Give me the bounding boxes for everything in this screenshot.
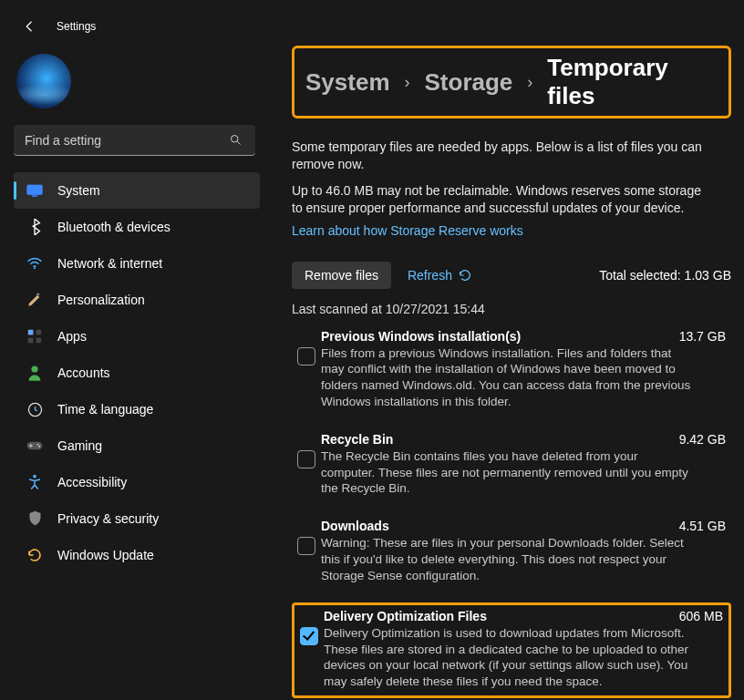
svg-point-10 bbox=[31, 365, 37, 372]
system-icon bbox=[26, 182, 43, 199]
sidebar-item-label: Time & language bbox=[57, 402, 153, 417]
back-button[interactable] bbox=[22, 18, 38, 35]
scan-time: Last scanned at 10/27/2021 15:44 bbox=[292, 302, 731, 316]
sidebar-item-network-internet[interactable]: Network & internet bbox=[14, 245, 260, 282]
item-title: Recycle Bin bbox=[321, 432, 393, 447]
sidebar-item-label: Gaming bbox=[57, 438, 102, 453]
sidebar-item-label: Network & internet bbox=[57, 256, 162, 271]
item-description: Files from a previous Windows installati… bbox=[321, 345, 695, 410]
temp-file-item: Delivery Optimization Files606 MBDeliver… bbox=[292, 602, 731, 698]
sidebar-item-label: Accounts bbox=[57, 365, 110, 380]
item-size: 4.51 GB bbox=[679, 519, 726, 533]
breadcrumb: System › Storage › Temporary files bbox=[292, 46, 731, 118]
svg-rect-3 bbox=[32, 195, 37, 197]
remove-files-button[interactable]: Remove files bbox=[292, 262, 391, 289]
sidebar-item-label: Personalization bbox=[57, 293, 145, 307]
item-size: 606 MB bbox=[679, 609, 723, 623]
sidebar-item-bluetooth-devices[interactable]: Bluetooth & devices bbox=[14, 209, 260, 245]
search-box[interactable] bbox=[14, 125, 255, 156]
description-text: Some temporary files are needed by apps.… bbox=[292, 139, 702, 173]
temp-file-item: Recycle Bin9.42 GBThe Recycle Bin contai… bbox=[292, 428, 731, 502]
sidebar-item-accounts[interactable]: Accounts bbox=[14, 355, 260, 391]
item-description: The Recycle Bin contains files you have … bbox=[321, 448, 695, 497]
checkbox[interactable] bbox=[297, 450, 315, 468]
svg-rect-7 bbox=[36, 330, 42, 335]
sidebar-item-label: Bluetooth & devices bbox=[57, 220, 170, 234]
svg-point-4 bbox=[34, 267, 36, 269]
svg-rect-5 bbox=[36, 293, 40, 296]
accessibility-icon bbox=[26, 474, 43, 490]
sidebar-item-label: Windows Update bbox=[57, 548, 154, 562]
refresh-label: Refresh bbox=[408, 268, 452, 283]
update-icon bbox=[26, 547, 43, 563]
total-selected: Total selected: 1.03 GB bbox=[599, 268, 731, 283]
bluetooth-icon bbox=[26, 219, 43, 235]
person-icon bbox=[26, 365, 43, 381]
wifi-icon bbox=[26, 255, 43, 272]
item-size: 13.7 GB bbox=[679, 329, 726, 344]
sidebar-item-label: Apps bbox=[57, 329, 87, 344]
avatar[interactable] bbox=[16, 54, 71, 108]
checkbox[interactable] bbox=[300, 627, 318, 645]
chevron-right-icon: › bbox=[405, 73, 410, 92]
item-size: 9.42 GB bbox=[679, 432, 726, 447]
sidebar-item-label: Accessibility bbox=[57, 475, 127, 489]
item-description: Warning: These are files in your persona… bbox=[321, 535, 695, 583]
svg-point-14 bbox=[38, 446, 40, 448]
svg-rect-8 bbox=[28, 338, 34, 344]
sidebar-item-time-language[interactable]: Time & language bbox=[14, 391, 260, 427]
sidebar-item-personalization[interactable]: Personalization bbox=[14, 282, 260, 318]
svg-rect-6 bbox=[28, 330, 34, 335]
gamepad-icon bbox=[26, 438, 43, 454]
sidebar-item-system[interactable]: System bbox=[14, 172, 260, 209]
search-input[interactable] bbox=[14, 133, 255, 148]
temp-file-item: Previous Windows installation(s)13.7 GBF… bbox=[292, 325, 731, 416]
svg-rect-2 bbox=[27, 185, 43, 195]
learn-link[interactable]: Learn about how Storage Reserve works bbox=[292, 223, 523, 238]
chevron-right-icon: › bbox=[527, 73, 532, 92]
clock-icon bbox=[26, 401, 43, 417]
sidebar-item-windows-update[interactable]: Windows Update bbox=[14, 537, 260, 573]
refresh-icon bbox=[458, 268, 472, 283]
page-title: Temporary files bbox=[547, 54, 718, 110]
apps-icon bbox=[26, 328, 43, 345]
description-text: Up to 46.0 MB may not be reclaimable. Wi… bbox=[292, 182, 707, 217]
checkbox[interactable] bbox=[297, 537, 315, 555]
svg-point-13 bbox=[36, 444, 38, 446]
breadcrumb-storage[interactable]: Storage bbox=[425, 68, 513, 97]
temp-file-item: Downloads4.51 GBWarning: These are files… bbox=[292, 515, 731, 589]
item-title: Delivery Optimization Files bbox=[324, 609, 487, 623]
checkbox[interactable] bbox=[297, 347, 315, 365]
item-title: Downloads bbox=[321, 519, 389, 533]
sidebar-item-label: System bbox=[57, 183, 100, 198]
refresh-button[interactable]: Refresh bbox=[408, 268, 472, 283]
shield-icon bbox=[26, 510, 43, 527]
sidebar-item-privacy-security[interactable]: Privacy & security bbox=[14, 500, 260, 537]
breadcrumb-system[interactable]: System bbox=[305, 68, 390, 97]
brush-icon bbox=[26, 292, 43, 308]
item-description: Delivery Optimization is used to downloa… bbox=[324, 625, 698, 690]
item-title: Previous Windows installation(s) bbox=[321, 329, 521, 344]
sidebar-item-apps[interactable]: Apps bbox=[14, 318, 260, 355]
sidebar-item-label: Privacy & security bbox=[57, 511, 159, 526]
svg-point-15 bbox=[33, 475, 36, 479]
sidebar-item-gaming[interactable]: Gaming bbox=[14, 427, 260, 464]
app-title: Settings bbox=[57, 20, 96, 33]
sidebar-item-accessibility[interactable]: Accessibility bbox=[14, 464, 260, 500]
svg-rect-9 bbox=[36, 338, 42, 344]
